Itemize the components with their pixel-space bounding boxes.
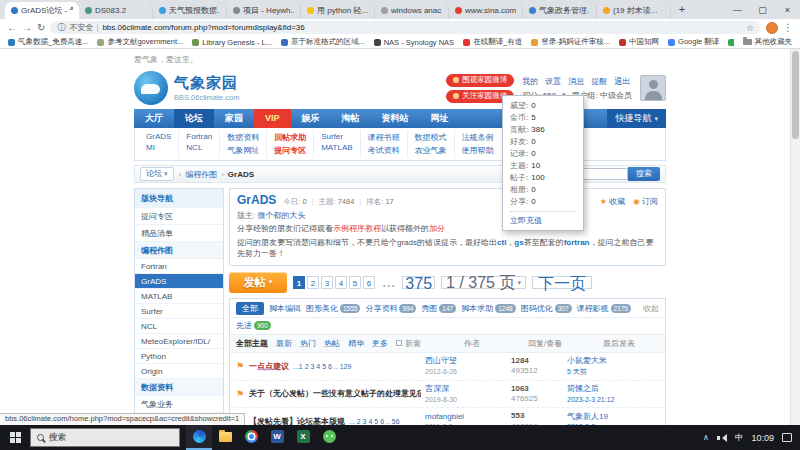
new-post-button[interactable]: 发帖 ▾ [229, 272, 287, 293]
forum-select-button[interactable]: 论坛 ▾ [140, 167, 174, 181]
last-poster[interactable]: 气象新人19 [567, 412, 659, 422]
subnav-link[interactable]: 使用帮助 [462, 145, 494, 156]
next-page-button[interactable]: 下一页 [532, 276, 592, 289]
last-poster[interactable]: 小鼠爱大米 [567, 356, 659, 366]
sidebar-item[interactable]: MATLAB [135, 289, 223, 304]
sidebar-item[interactable]: 气象业务 [135, 396, 223, 413]
taskbar-search-box[interactable]: 搜索 [30, 428, 180, 447]
type-tab[interactable]: 图码优化 307 [521, 303, 572, 314]
taskbar-app-wechat[interactable] [316, 425, 342, 450]
bookmark-star-icon[interactable]: ☆ [746, 23, 754, 33]
browser-tab[interactable]: (19 封未读... [597, 2, 671, 19]
action-center-icon[interactable] [782, 433, 792, 442]
start-button[interactable] [0, 425, 30, 450]
page-number[interactable]: 4 [335, 276, 347, 289]
last-post-time[interactable]: 5 天前 [567, 367, 659, 376]
subnav-link[interactable]: 农业气象 [415, 145, 447, 156]
bookmark-item[interactable]: 登录-妈妈证件审核... [531, 37, 610, 47]
nav-item[interactable]: 家园 [214, 109, 254, 128]
type-tab[interactable]: 课程影视 2175 [577, 303, 631, 314]
notice-link[interactable]: 示例程序教程 [333, 224, 381, 233]
taskbar-app-edge[interactable] [186, 425, 212, 450]
bookmark-item[interactable]: Google 翻译 [668, 37, 719, 47]
page-jump-box[interactable]: 1 / 375 页 ▾ [441, 276, 526, 289]
site-title[interactable]: 气象家园 [174, 74, 239, 93]
column-header-lastpost[interactable]: 最后发表 [573, 338, 665, 349]
sidebar-item[interactable]: 数据资料 [135, 379, 223, 396]
maximize-button[interactable]: ▢ [750, 0, 775, 19]
subnav-link[interactable]: NCL [186, 143, 212, 152]
last-post-time[interactable]: 2023-2-3 21:12 [567, 395, 659, 404]
type-tab[interactable]: 分享资料 994 [365, 303, 416, 314]
browser-tab[interactable]: 项目 - Heywh... [227, 2, 301, 19]
bookmark-item[interactable]: NAS - Synology NAS [374, 38, 454, 47]
bookmark-item[interactable]: 中国知网 [619, 37, 659, 47]
sidebar-item[interactable]: Fortran [135, 259, 223, 274]
bookmark-item[interactable]: 在线翻译_有道 [463, 37, 522, 47]
subnav-link[interactable]: MATLAB [321, 143, 352, 152]
nav-item[interactable]: VIP [254, 109, 291, 128]
sidebar-item[interactable]: Origin [135, 364, 223, 379]
browser-tab[interactable]: www.sina.com... [449, 2, 523, 19]
subnav-link[interactable]: 考试资料 [368, 145, 400, 156]
recharge-link[interactable]: 立即充值 [510, 216, 542, 225]
bookmark-item[interactable]: 参考文献government... [97, 37, 183, 47]
subnav-link[interactable]: Surfer [321, 132, 352, 141]
type-tab[interactable]: 脚本编辑 [269, 303, 301, 314]
taskbar-clock[interactable]: 10:09 [751, 433, 774, 443]
taskbar-app-word[interactable]: W [264, 425, 290, 450]
volume-icon[interactable] [717, 434, 727, 442]
sidebar-item[interactable]: 提问专区 [135, 208, 223, 225]
url-field[interactable]: ⓘ 不安全 bbs.06climate.com/forum.php?mod=fo… [50, 21, 761, 34]
browser-profile-avatar[interactable] [766, 22, 778, 34]
subnav-link[interactable]: Fortran [186, 132, 212, 141]
sidebar-item[interactable]: 版块导航 [135, 189, 223, 208]
last-poster[interactable]: 简愫之后 [567, 384, 659, 394]
page-number[interactable]: 3 [321, 276, 333, 289]
new-window-checkbox[interactable]: 新窗 [396, 338, 421, 349]
user-menu-link[interactable]: 退出 [614, 76, 630, 87]
browser-tab[interactable]: DS083.2 [79, 2, 153, 19]
filter-link[interactable]: 全部主题 [236, 338, 268, 349]
nav-item[interactable]: 论坛 [174, 109, 214, 128]
bookmark-item[interactable]: Library Genesis - L... [192, 38, 272, 47]
user-avatar[interactable] [640, 75, 666, 101]
subscribe-button[interactable]: ◉ 订阅 [633, 196, 658, 207]
sidebar-item[interactable]: Python [135, 349, 223, 364]
page-number[interactable]: 1 [293, 276, 305, 289]
moderator-link[interactable]: 微个都的大头 [257, 211, 305, 220]
user-menu-link[interactable]: 设置 [545, 76, 561, 87]
subnav-link[interactable]: 回帖求助 [274, 132, 306, 143]
user-menu-link[interactable]: 提醒 [591, 76, 607, 87]
breadcrumb-link[interactable]: GrADS [228, 170, 254, 179]
taskbar-app-excel[interactable]: X [290, 425, 316, 450]
subnav-link[interactable]: GrADS [146, 132, 171, 141]
scrollbar-thumb[interactable] [792, 51, 799, 139]
subnav-link[interactable]: MI [146, 143, 171, 152]
bookmark-item[interactable]: 气象数据_免费高速... [8, 37, 88, 47]
page-number[interactable]: 2 [307, 276, 319, 289]
thread-title[interactable]: 一点点建议 [249, 361, 289, 372]
filter-link[interactable]: 精华 [348, 338, 364, 349]
bookmark-item[interactable]: 基于标准格式的区域... [281, 37, 365, 47]
page-number[interactable]: 6 [363, 276, 375, 289]
minimize-button[interactable]: — [725, 0, 750, 19]
subnav-link[interactable]: 法规条例 [462, 132, 494, 143]
thread-page-links[interactable]: ... 2 3 4 5 6 .. 56 [349, 418, 400, 425]
filter-link[interactable]: 热帖 [324, 338, 340, 349]
filter-link[interactable]: 热门 [300, 338, 316, 349]
sidebar-item[interactable]: MeteoExplorer/IDL/ [135, 334, 223, 349]
sidebar-item[interactable]: Surfer [135, 304, 223, 319]
type-tab[interactable]: 脚本求助 1248 [461, 303, 515, 314]
taskbar-app-explorer[interactable] [212, 425, 238, 450]
browser-menu-icon[interactable]: ⋮ [783, 23, 793, 33]
breadcrumb-link[interactable]: 编程作图 [185, 169, 217, 180]
nav-item[interactable]: 大厅 [134, 109, 174, 128]
nav-item[interactable]: 娱乐 [291, 109, 331, 128]
thread-row[interactable]: ⚑ 关于（无心发帖）一些没有意义帖子的处理意见征集 言深深 2019-8-30 [230, 381, 665, 409]
nav-item[interactable]: 资料站 [371, 109, 420, 128]
sidebar-item[interactable]: GrADS [135, 274, 223, 289]
forward-icon[interactable]: → [22, 23, 32, 33]
browser-tab[interactable]: GrADS论坛 - 气... [5, 2, 79, 19]
filter-link[interactable]: 更多 [372, 338, 388, 349]
